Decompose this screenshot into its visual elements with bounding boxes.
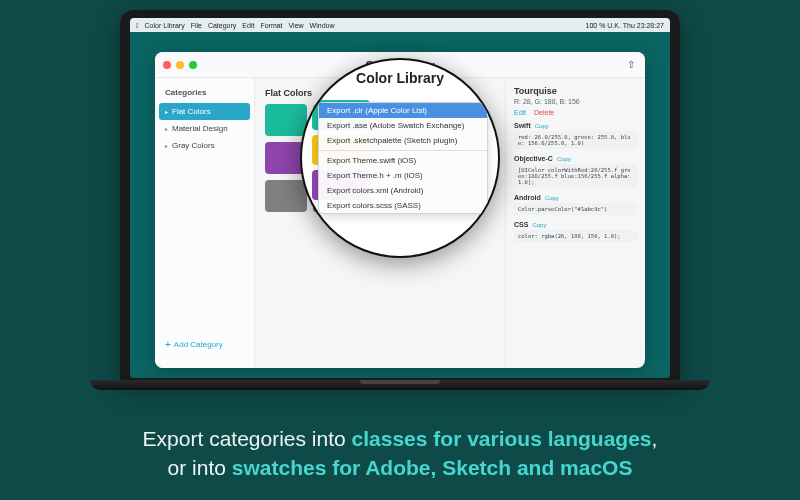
export-menu-item[interactable]: Export Theme.swift (iOS) [319, 153, 487, 168]
sidebar-item-gray-colors[interactable]: ▸ Gray Colors [155, 137, 254, 154]
export-menu-item[interactable]: Export colors.xml (Android) [319, 183, 487, 198]
chevron-right-icon: ▸ [165, 142, 168, 149]
zoom-button[interactable] [189, 61, 197, 69]
export-context-menu: Export .clr (Apple Color List)Export .as… [318, 102, 488, 214]
sidebar-item-label: Flat Colors [172, 107, 211, 116]
menubar-app-name[interactable]: Color Library [145, 22, 185, 29]
code-group: Objective-CCopy[UIColor colorWithRed:26/… [514, 155, 637, 188]
edit-button[interactable]: Edit [514, 109, 526, 116]
close-button[interactable] [163, 61, 171, 69]
menubar-status-right: 100 % U.K. Thu 23:28:27 [586, 22, 664, 29]
export-menu-item[interactable]: Export .sketchpalette (Sketch plugin) [319, 133, 487, 148]
traffic-lights [163, 61, 197, 69]
magnifier-overlay: Color Library Export .clr (Apple Color L… [300, 58, 500, 258]
macos-menubar:  Color Library File Category Edit Forma… [130, 18, 670, 32]
chevron-right-icon: ▸ [165, 108, 168, 115]
color-swatch[interactable] [265, 104, 307, 136]
code-group-label: Android [514, 194, 541, 201]
plus-icon: + [165, 339, 171, 350]
copy-button[interactable]: Copy [557, 156, 571, 162]
sidebar-item-label: Gray Colors [172, 141, 215, 150]
copy-button[interactable]: Copy [532, 222, 546, 228]
code-snippet: [UIColor colorWithRed:26/255.f green:188… [514, 164, 637, 188]
menubar-item-view[interactable]: View [289, 22, 304, 29]
code-snippet: red: 26.0/255.0, green: 255.0, blue: 156… [514, 131, 637, 149]
code-group-label: Swift [514, 122, 531, 129]
sidebar-heading: Categories [155, 88, 254, 103]
code-group-label: CSS [514, 221, 528, 228]
color-swatch[interactable] [265, 180, 307, 212]
code-group-label: Objective-C [514, 155, 553, 162]
menubar-item-category[interactable]: Category [208, 22, 236, 29]
chevron-right-icon: ▸ [165, 125, 168, 132]
sidebar-item-label: Material Design [172, 124, 228, 133]
delete-button[interactable]: Delete [534, 109, 554, 116]
sidebar-item-material-design[interactable]: ▸ Material Design [155, 120, 254, 137]
marketing-caption: Export categories into classes for vario… [0, 425, 800, 482]
apple-menu-icon[interactable]:  [136, 22, 139, 29]
export-menu-item[interactable]: Export .ase (Adobe Swatch Exchange) [319, 118, 487, 133]
sidebar-item-flat-colors[interactable]: ▸ Flat Colors [159, 103, 250, 120]
menubar-item-format[interactable]: Format [260, 22, 282, 29]
code-group: CSSCopycolor: rgba(26, 188, 156, 1.0); [514, 221, 637, 242]
menu-separator [319, 150, 487, 151]
export-menu-item[interactable]: Export colors.scss (SASS) [319, 198, 487, 213]
detail-panel: Tourquise R: 28, G: 188, B: 156 Edit Del… [505, 78, 645, 368]
copy-button[interactable]: Copy [545, 195, 559, 201]
export-menu-item[interactable]: Export .clr (Apple Color List) [319, 103, 487, 118]
code-snippet: color: rgba(26, 188, 156, 1.0); [514, 230, 637, 242]
minimize-button[interactable] [176, 61, 184, 69]
code-group: AndroidCopyColor.parseColor("#1abc9c") [514, 194, 637, 215]
add-category-label: Add Category [174, 340, 223, 349]
menubar-item-edit[interactable]: Edit [242, 22, 254, 29]
copy-button[interactable]: Copy [535, 123, 549, 129]
add-category-button[interactable]: + Add Category [155, 331, 254, 358]
code-snippet: Color.parseColor("#1abc9c") [514, 203, 637, 215]
sidebar: Categories ▸ Flat Colors ▸ Material Desi… [155, 78, 255, 368]
color-name: Tourquise [514, 86, 637, 96]
laptop-notch [360, 380, 440, 384]
share-icon[interactable]: ⇧ [627, 59, 635, 70]
color-rgb: R: 28, G: 188, B: 156 [514, 98, 637, 105]
menubar-item-file[interactable]: File [191, 22, 202, 29]
laptop-base [90, 380, 710, 390]
export-menu-item[interactable]: Export Theme.h + .m (iOS) [319, 168, 487, 183]
code-group: SwiftCopyred: 26.0/255.0, green: 255.0, … [514, 122, 637, 149]
menubar-item-window[interactable]: Window [310, 22, 335, 29]
